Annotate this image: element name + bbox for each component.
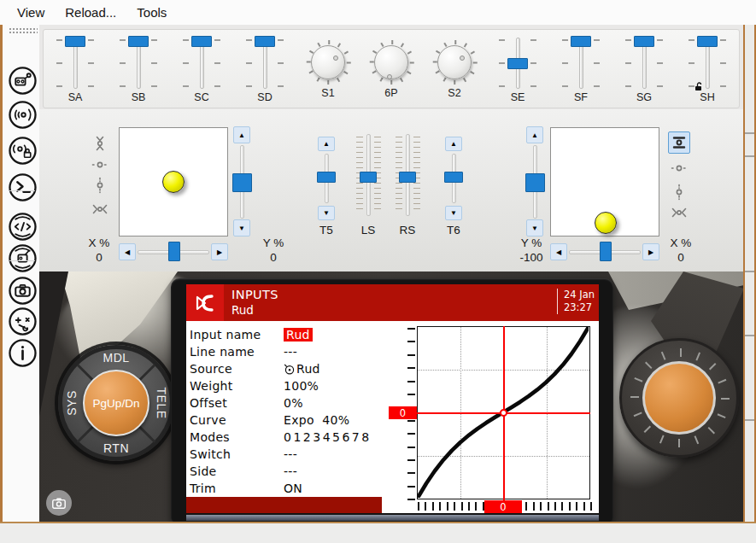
field-row-curve[interactable]: CurveExpo 40% xyxy=(190,412,349,429)
left-stick-x-handle[interactable] xyxy=(168,242,180,261)
right-stick-mode-throttle-hold-button[interactable] xyxy=(668,131,690,154)
field-row-trim[interactable]: TrimON xyxy=(190,480,302,497)
right-stick-mode-pinch-horizontal-button[interactable] xyxy=(668,201,690,224)
right-stick-mode-hold-x-button[interactable] xyxy=(668,157,690,179)
knob-tick xyxy=(709,363,716,370)
right-stick-area[interactable] xyxy=(550,127,659,236)
toolbar-refresh-code-button[interactable] xyxy=(7,211,38,242)
field-row-switch[interactable]: Switch--- xyxy=(190,446,297,463)
slider-handle[interactable] xyxy=(634,36,654,47)
field-row-line-name[interactable]: Line name--- xyxy=(190,343,297,360)
slider-handle[interactable] xyxy=(128,36,149,47)
left-stick-mode-hold-x-button[interactable] xyxy=(89,154,111,176)
slider-handle[interactable] xyxy=(191,36,212,47)
left-stick-mode-hold-y-button[interactable] xyxy=(89,174,111,196)
toolbar-refresh-radio-button[interactable] xyxy=(7,242,38,273)
menu-item-view[interactable]: View xyxy=(9,3,53,22)
left-stick-x-right-button[interactable]: ▶ xyxy=(211,243,228,260)
trim-RS-handle[interactable] xyxy=(399,172,416,183)
left-stick-y-handle[interactable] xyxy=(232,173,252,192)
pgupdn-button[interactable]: PgUp/Dn xyxy=(83,370,149,436)
slider-handle[interactable] xyxy=(571,36,591,47)
field-row-modes[interactable]: Modes012345678 xyxy=(190,429,372,446)
mdl-button[interactable]: MDL xyxy=(103,351,129,365)
knob-face[interactable] xyxy=(311,45,345,79)
switch-se-slider[interactable] xyxy=(499,36,536,90)
y-axis-tick xyxy=(407,328,415,330)
switch-sc-slider[interactable] xyxy=(183,36,220,90)
switch-sb-slider[interactable] xyxy=(120,36,157,90)
right-stick-y-handle[interactable] xyxy=(525,173,545,192)
left-stick-y-value: 0 xyxy=(253,250,294,265)
switch-6p-knob[interactable] xyxy=(367,38,415,86)
trim-T6-handle[interactable] xyxy=(444,172,463,183)
slider-handle[interactable] xyxy=(697,36,718,47)
right-stick-x-left-button[interactable]: ◀ xyxy=(550,243,567,260)
y-axis-tick xyxy=(407,354,415,356)
trim-T6-up-button[interactable]: ▲ xyxy=(445,137,462,151)
switch-label-s2: S2 xyxy=(448,87,460,99)
trim-T5-up-button[interactable]: ▲ xyxy=(318,137,335,151)
field-row-input-name[interactable]: Input nameRud xyxy=(190,326,313,343)
left-stick-mode-pinch-horizontal-button[interactable] xyxy=(89,198,111,220)
knob-face[interactable] xyxy=(437,45,472,79)
switch-sh-slider[interactable] xyxy=(689,36,726,90)
knob-tick xyxy=(680,348,682,357)
switch-sf-slider[interactable] xyxy=(562,36,600,90)
switch-label-sa: SA xyxy=(68,91,83,103)
switch-sa-slider[interactable] xyxy=(56,36,94,90)
switch-sd-slider[interactable] xyxy=(246,36,284,90)
right-stick-mode-hold-y-button[interactable] xyxy=(668,181,690,203)
left-stick-x-left-button[interactable]: ◀ xyxy=(119,243,136,260)
menu-item-tools[interactable]: Tools xyxy=(128,3,175,22)
slider-ticks xyxy=(689,39,694,87)
toolbar-about-info-button[interactable] xyxy=(7,337,38,368)
right-stick-x-handle[interactable] xyxy=(600,242,612,261)
menu-item-reload[interactable]: Reload... xyxy=(56,3,125,22)
slider-handle[interactable] xyxy=(507,58,528,69)
field-row-offset[interactable]: Offset0% xyxy=(190,394,303,412)
hold-x-icon xyxy=(91,156,108,173)
rotary-encoder-knob[interactable] xyxy=(642,361,716,435)
screenshot-button[interactable] xyxy=(46,490,72,516)
left-stick-y-up-button[interactable]: ▲ xyxy=(233,126,250,143)
switch-s1-knob[interactable] xyxy=(304,38,352,86)
toolbar-audio-disc-button[interactable] xyxy=(7,99,38,130)
left-stick-mode-pinch-vertical-button[interactable] xyxy=(89,132,111,155)
right-stick-x-right-button[interactable]: ▶ xyxy=(642,243,659,260)
field-row-side[interactable]: Side--- xyxy=(190,463,297,480)
switch-s2-knob[interactable] xyxy=(431,38,478,86)
field-row-weight[interactable]: Weight100% xyxy=(190,377,319,394)
trim-T5-down-button[interactable]: ▼ xyxy=(318,206,335,220)
toolbar-joystick-settings-button[interactable] xyxy=(7,306,38,336)
toolbar-drag-handle[interactable] xyxy=(9,27,38,33)
left-stick-x-label: X %0 xyxy=(79,236,120,265)
left-stick-area[interactable] xyxy=(119,127,228,236)
trim-LS-handle[interactable] xyxy=(360,172,377,183)
trim-T6-down-button[interactable]: ▼ xyxy=(445,206,462,220)
toolbar-audio-disc-lock-button[interactable] xyxy=(7,135,38,166)
lcd-screen[interactable]: INPUTS Rud 24 Jan 23:27 Input nameRudLin… xyxy=(186,284,599,513)
rtn-button[interactable]: RTN xyxy=(103,441,129,455)
right-stick-y-down-button[interactable]: ▼ xyxy=(526,219,543,236)
knob-face[interactable] xyxy=(374,45,408,79)
sys-button[interactable]: SYS xyxy=(65,390,79,416)
right-dock-splitter[interactable] xyxy=(743,0,756,523)
left-stick-ball[interactable] xyxy=(162,171,185,193)
field-label: Input name xyxy=(190,328,284,342)
right-stick-ball[interactable] xyxy=(595,212,617,234)
trim-T5-handle[interactable] xyxy=(317,172,336,183)
switch-sg-slider[interactable] xyxy=(625,36,663,90)
left-stick-y-down-button[interactable]: ▼ xyxy=(233,219,250,236)
toolbar-terminal-button[interactable] xyxy=(7,172,38,202)
switch-label-sf: SF xyxy=(574,91,588,103)
field-row-source[interactable]: SourceRud xyxy=(190,360,320,377)
slider-handle[interactable] xyxy=(65,36,85,47)
toolbar-screenshot-camera-button[interactable] xyxy=(7,275,38,306)
tele-button[interactable]: TELE xyxy=(154,387,167,418)
x-axis-tick xyxy=(576,502,577,511)
slider-handle[interactable] xyxy=(255,36,275,47)
toolbar-simulator-link-button[interactable] xyxy=(7,65,38,96)
right-stick-y-up-button[interactable]: ▲ xyxy=(526,126,543,143)
y-axis-tick xyxy=(407,381,415,382)
